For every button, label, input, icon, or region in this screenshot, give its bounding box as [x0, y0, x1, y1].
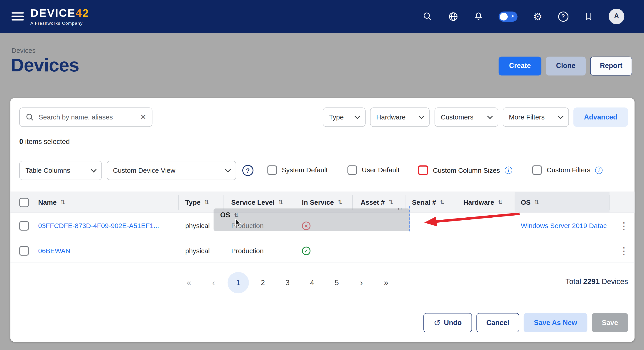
page-actions: Create Clone Report: [498, 57, 632, 75]
custom-device-view-dropdown[interactable]: Custom Device View: [107, 161, 236, 180]
device-os-link[interactable]: Windows Server 2019 Datac: [521, 222, 613, 230]
filter-more[interactable]: More Filters: [503, 107, 569, 127]
footer-actions: ↺ Undo Cancel Save As New Save: [424, 313, 628, 332]
devices-card: ✕ Type Hardware Customers More Filters A…: [10, 98, 634, 342]
bookmark-icon[interactable]: [583, 11, 594, 22]
column-drop-indicator: [409, 206, 410, 231]
top-navbar: DEVICE42 A Freshworks Company ☀ ⚙ ? A: [0, 0, 644, 33]
pagination-first[interactable]: «: [176, 272, 201, 293]
sort-icon: ⇅: [278, 199, 283, 206]
info-icon[interactable]: i: [505, 167, 512, 174]
save-button[interactable]: Save: [592, 313, 628, 332]
create-button[interactable]: Create: [498, 57, 541, 75]
row-checkbox[interactable]: [19, 221, 29, 231]
sort-icon: ⇅: [534, 199, 539, 206]
search-icon: [26, 113, 34, 122]
view-help-icon[interactable]: ?: [242, 165, 254, 176]
system-default-checkbox[interactable]: [267, 165, 277, 175]
table-columns-dropdown[interactable]: Table Columns: [19, 161, 102, 180]
total-devices: Total 2291 Devices: [566, 278, 628, 286]
filter-hardware[interactable]: Hardware: [370, 107, 430, 127]
custom-column-sizes-option: Custom Column Sizes i: [418, 165, 512, 175]
column-header-serial[interactable]: Serial #⇅: [412, 192, 444, 213]
pagination: « ‹ 1 2 3 4 5 › »: [176, 272, 398, 293]
column-header-type[interactable]: Type⇅: [185, 192, 209, 213]
user-default-option: User Default: [348, 165, 400, 175]
pagination-prev[interactable]: ‹: [201, 272, 226, 293]
pagination-page-4[interactable]: 4: [300, 272, 324, 293]
pagination-last[interactable]: »: [374, 272, 398, 293]
pagination-page-5[interactable]: 5: [324, 272, 349, 293]
select-all-checkbox[interactable]: [19, 198, 29, 207]
avatar[interactable]: A: [608, 8, 624, 24]
system-default-option: System Default: [267, 165, 328, 175]
brand-wordmark: DEVICE42: [30, 7, 90, 18]
filter-type[interactable]: Type: [323, 107, 366, 127]
chevron-down-icon: [558, 113, 564, 119]
save-as-new-button[interactable]: Save As New: [524, 313, 588, 332]
selection-summary: 0 items selected: [19, 138, 70, 146]
column-header-hardware[interactable]: Hardware⇅: [463, 192, 503, 213]
undo-icon: ↺: [434, 318, 440, 328]
undo-button[interactable]: ↺ Undo: [424, 313, 472, 332]
device-name-link[interactable]: 03FFCDFE-873D-4F09-902E-A51EF1...: [38, 222, 159, 230]
sort-icon: ⇅: [338, 199, 342, 206]
page-title: Devices: [11, 55, 79, 76]
menu-icon[interactable]: [12, 12, 24, 21]
search-input[interactable]: [38, 113, 136, 121]
toggle-knob: [500, 12, 508, 20]
sun-icon: ☀: [510, 13, 515, 19]
device-type: physical: [185, 213, 210, 239]
custom-column-sizes-checkbox[interactable]: [418, 165, 428, 175]
screen: DEVICE42 A Freshworks Company ☀ ⚙ ? A: [0, 0, 644, 350]
breadcrumb[interactable]: Devices: [12, 47, 36, 54]
row-menu-icon[interactable]: ⋮: [620, 213, 628, 239]
dragged-os-column-ghost[interactable]: OS⇅: [214, 208, 410, 231]
info-icon[interactable]: i: [595, 166, 603, 174]
chevron-down-icon: [354, 113, 360, 119]
row-menu-icon[interactable]: ⋮: [620, 239, 628, 263]
column-header-os[interactable]: OS⇅: [521, 192, 539, 213]
custom-filters-option: Custom Filters i: [532, 165, 603, 175]
chevron-down-icon: [225, 166, 231, 172]
search-box: ✕: [19, 107, 152, 127]
sort-icon: ⇅: [440, 199, 444, 206]
chevron-down-icon: [91, 166, 97, 172]
chevron-down-icon: [418, 113, 424, 119]
navbar-icons: ☀ ⚙ ? A: [422, 8, 624, 24]
sort-icon: ⇅: [498, 199, 503, 206]
filter-customers[interactable]: Customers: [434, 107, 498, 127]
clone-button[interactable]: Clone: [546, 57, 586, 75]
pagination-page-1[interactable]: 1: [228, 272, 249, 293]
sort-icon: ⇅: [204, 199, 209, 206]
custom-filters-checkbox[interactable]: [532, 165, 542, 175]
clear-search-icon[interactable]: ✕: [140, 113, 146, 121]
gear-icon[interactable]: ⚙: [532, 11, 543, 22]
cancel-button[interactable]: Cancel: [476, 313, 519, 332]
device-type: physical: [185, 239, 210, 263]
chevron-down-icon: [487, 113, 493, 119]
column-header-name[interactable]: Name⇅: [38, 192, 65, 213]
in-service-icon: ✓: [302, 247, 310, 255]
device-name-link[interactable]: 06BEWAN: [38, 247, 70, 255]
pagination-page-2[interactable]: 2: [250, 272, 275, 293]
bell-icon[interactable]: [473, 11, 484, 22]
row-checkbox[interactable]: [19, 246, 29, 256]
sort-icon: ⇅: [234, 212, 239, 219]
globe-icon[interactable]: [448, 11, 458, 22]
sort-icon: ⇅: [388, 199, 393, 206]
theme-toggle[interactable]: ☀: [498, 11, 518, 21]
pagination-page-3[interactable]: 3: [275, 272, 300, 293]
sort-icon: ⇅: [60, 199, 65, 206]
column-resize-icon: ↔: [396, 204, 404, 212]
table-row: 06BEWAN physical Production ✓ ⋮: [10, 239, 634, 263]
user-default-checkbox[interactable]: [348, 165, 357, 175]
pagination-next[interactable]: ›: [349, 272, 374, 293]
help-icon[interactable]: ?: [558, 11, 568, 22]
advanced-button[interactable]: Advanced: [574, 107, 628, 127]
ghost-column-label: OS⇅: [220, 211, 239, 219]
brand-logo[interactable]: DEVICE42 A Freshworks Company: [30, 7, 90, 25]
service-level: Production: [231, 239, 264, 263]
search-icon[interactable]: [422, 11, 433, 22]
report-button[interactable]: Report: [590, 57, 632, 75]
